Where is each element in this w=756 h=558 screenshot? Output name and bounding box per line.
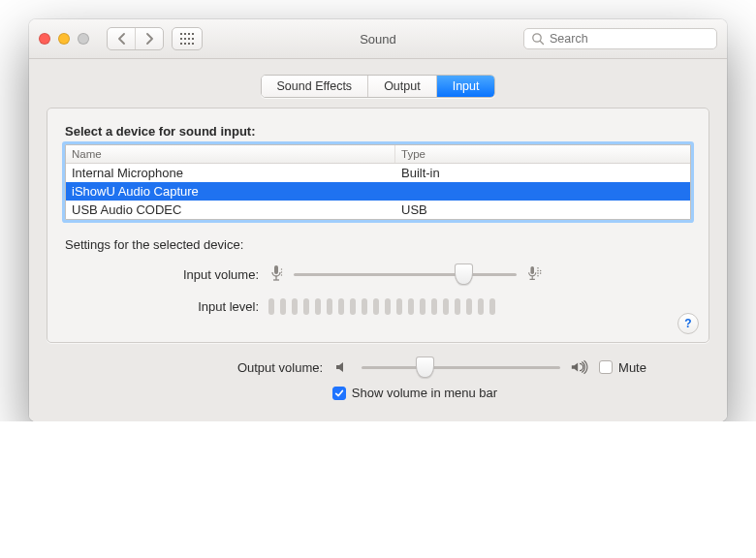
level-segment [303,298,309,315]
device-type [395,182,690,201]
level-segment [280,298,286,315]
svg-point-18 [281,271,282,272]
device-type: Built-in [395,164,690,182]
checkmark-icon [334,388,344,398]
show-volume-row: Show volume in menu bar [332,386,497,400]
chevron-left-icon [117,33,126,45]
search-container [523,28,717,49]
svg-point-17 [281,268,282,269]
mute-label: Mute [618,360,646,375]
footer-controls: Output volume: [47,358,709,400]
svg-rect-5 [184,38,186,40]
device-row-1[interactable]: iShowU Audio Capture [66,182,690,201]
level-segment [431,298,437,315]
svg-point-26 [537,275,539,277]
level-segment [455,298,460,315]
show-all-prefs-button[interactable] [172,27,203,50]
mic-high-icon [526,264,542,285]
level-segment [408,298,414,315]
svg-rect-2 [188,33,190,35]
level-segment [478,298,484,315]
back-button[interactable] [108,28,136,49]
output-volume-label: Output volume: [110,360,323,375]
close-window-button[interactable] [39,33,50,45]
col-type[interactable]: Type [395,145,690,163]
svg-rect-10 [188,43,190,45]
speaker-low-icon [332,358,352,376]
input-volume-label: Input volume: [65,267,259,282]
device-name: iShowU Audio Capture [66,182,395,201]
forward-button[interactable] [136,28,163,49]
tabs: Sound Effects Output Input [47,75,709,98]
speaker-high-icon [570,358,589,376]
device-name: Internal Microphone [66,164,395,182]
level-segment [338,298,344,315]
svg-rect-8 [180,43,182,45]
level-segment [292,298,298,315]
svg-rect-6 [188,38,190,40]
grid-icon [180,33,194,45]
nav-back-forward [107,27,164,50]
tab-sound-effects[interactable]: Sound Effects [262,76,369,97]
show-volume-checkbox[interactable] [332,387,346,400]
mic-low-icon [268,264,284,285]
tabstrip: Sound Effects Output Input [261,75,496,98]
minimize-window-button[interactable] [58,33,70,45]
mute-checkbox-group[interactable]: Mute [599,360,646,375]
input-panel: Select a device for sound input: Name Ty… [47,108,709,343]
chevron-right-icon [145,33,154,45]
zoom-window-button[interactable] [78,33,89,45]
svg-point-24 [537,270,539,272]
svg-rect-9 [184,43,186,45]
svg-rect-4 [180,38,182,40]
toolbar-buttons [107,27,203,50]
output-volume-slider[interactable] [362,359,560,375]
level-segment [385,298,391,315]
input-volume-slider[interactable] [294,266,517,282]
svg-point-23 [537,267,539,269]
svg-rect-1 [184,33,186,35]
svg-point-28 [540,272,542,274]
device-list-header: Name Type [66,145,690,164]
svg-rect-3 [192,33,194,35]
device-row-2[interactable]: USB Audio CODEC USB [66,201,690,219]
level-segment [268,298,274,315]
level-segment [420,298,425,315]
input-volume-row: Input volume: [65,264,691,285]
search-input[interactable] [523,28,717,49]
svg-point-25 [537,272,539,274]
col-name[interactable]: Name [66,145,395,163]
input-level-meter [268,298,495,315]
show-volume-checkbox-group[interactable]: Show volume in menu bar [332,386,497,400]
window-controls [39,33,89,45]
svg-line-13 [540,41,543,44]
input-level-label: Input level: [65,299,259,314]
svg-point-27 [540,270,542,272]
titlebar: Sound [29,19,727,59]
level-segment [315,298,321,315]
device-type: USB [395,201,690,219]
device-list[interactable]: Name Type Internal Microphone Built-in i… [65,144,691,220]
level-segment [489,298,495,315]
window: Sound Sound Effects Output Input Select … [29,19,727,421]
svg-rect-0 [180,33,182,35]
search-icon [531,32,545,46]
level-segment [396,298,402,315]
device-list-heading: Select a device for sound input: [65,124,691,139]
svg-rect-7 [192,38,194,40]
input-level-row: Input level: [65,298,691,315]
tab-output[interactable]: Output [368,76,437,97]
svg-rect-11 [192,43,194,45]
level-segment [362,298,367,315]
output-volume-row: Output volume: [110,358,646,376]
device-row-0[interactable]: Internal Microphone Built-in [66,164,690,182]
svg-rect-20 [530,266,534,274]
svg-point-19 [281,274,282,275]
device-name: USB Audio CODEC [66,201,395,219]
settings-heading: Settings for the selected device: [65,237,691,252]
tab-input[interactable]: Input [437,76,495,97]
help-button[interactable]: ? [677,313,699,334]
window-body: Sound Effects Output Input Select a devi… [29,59,727,421]
mute-checkbox[interactable] [599,360,613,374]
level-segment [443,298,449,315]
